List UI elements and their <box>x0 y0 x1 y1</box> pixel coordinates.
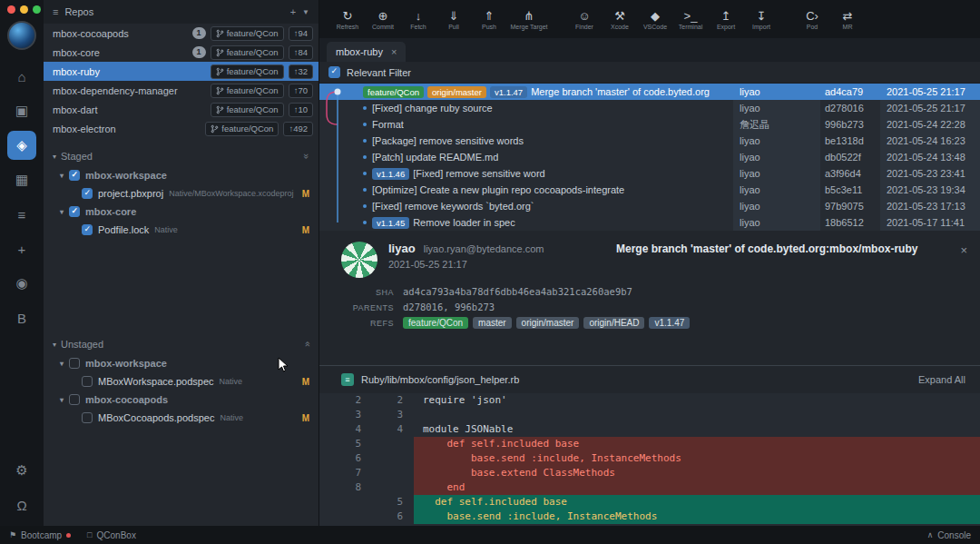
commit-author: liyao <box>733 182 820 198</box>
fetch-button[interactable]: ↓Fetch <box>401 9 436 30</box>
settings-gear-icon[interactable]: ⚙ <box>7 456 36 485</box>
commit-row[interactable]: [Optimize] Create a new plugin repo coco… <box>319 182 980 198</box>
staged-group-row[interactable]: ▾ mbox-core <box>44 203 318 221</box>
repo-row[interactable]: mbox-dart feature/QCon ↑10 <box>44 100 318 119</box>
console-toggle[interactable]: ∧ Console <box>927 530 971 540</box>
repo-name: mbox-core <box>53 47 188 58</box>
commit-author: liyao <box>733 214 820 231</box>
packages-icon[interactable]: ▣ <box>7 96 36 125</box>
minimize-window-button[interactable] <box>20 5 28 14</box>
commit-message: Merge branch 'master' of code.byted.org <box>531 86 710 97</box>
support-headphones-icon[interactable]: Ω <box>7 490 36 519</box>
xcode-icon: ⚒ <box>614 9 625 23</box>
staged-file-row[interactable]: project.pbxproj Native/MBoxWorkspace.xco… <box>44 184 318 203</box>
vscode-button[interactable]: ◆VSCode <box>638 9 672 30</box>
commit-row[interactable]: v1.1.45Remove loader in spec liyao 18b65… <box>319 214 980 231</box>
content: ⌂ ▣ ◈ ▦ ≡ + ◉ B ⚙ Ω ≡ Repos + ▼ mbox-coc… <box>0 0 980 526</box>
repo-row[interactable]: mbox-core 1 feature/QCon ↑84 <box>44 43 318 62</box>
commit-date: 2021-05-24 16:23 <box>880 133 980 149</box>
staged-group-row[interactable]: ▾ mbox-workspace <box>44 166 318 184</box>
commit-row[interactable]: Format 詹迟晶 996b273 2021-05-24 22:28 <box>319 116 980 133</box>
commit-sha: 97b9075 <box>820 198 880 214</box>
filter-funnel-icon[interactable]: ▼ <box>302 8 309 16</box>
unstaged-group-row[interactable]: ▾ mbox-workspace <box>44 354 318 372</box>
terminal-icon: >_ <box>684 9 698 23</box>
import-button[interactable]: ↧Import <box>744 9 779 30</box>
repo-row-selected[interactable]: mbox-ruby feature/QCon ↑32 <box>44 62 318 81</box>
ahead-pill: ↑70 <box>289 84 313 98</box>
commit-row[interactable]: [Fixed] remove keywords `byted.org` liya… <box>319 198 980 214</box>
git-icon[interactable]: ◈ <box>7 131 36 160</box>
staged-section-header[interactable]: ▾ Staged » <box>44 146 318 166</box>
repo-name: mbox-electron <box>53 124 201 134</box>
record-icon[interactable]: ◉ <box>7 269 36 298</box>
finder-button[interactable]: ☺Finder <box>567 9 602 30</box>
unstaged-group-row[interactable]: ▾ mbox-cocoapods <box>44 391 318 409</box>
unstaged-section-header[interactable]: ▾ Unstaged » <box>44 334 318 354</box>
qconbox-item[interactable]: □ QConBox <box>87 530 136 540</box>
terminal-button[interactable]: >_Terminal <box>673 9 708 30</box>
plugins-icon[interactable]: + <box>7 234 36 263</box>
collapse-all-icon[interactable]: » <box>301 341 312 347</box>
close-detail-icon[interactable]: × <box>960 243 967 257</box>
b-logo-icon[interactable]: B <box>7 303 36 332</box>
staged-file-row[interactable]: Podfile.lock Native M <box>44 221 318 239</box>
commit-row[interactable]: [Fixed] change ruby source liyao d278016… <box>319 100 980 116</box>
branch-icon <box>211 124 219 134</box>
repo-badge: 1 <box>192 46 206 58</box>
repo-row[interactable]: mbox-electron feature/QCon ↑492 <box>44 119 318 138</box>
diff-line-removed: 8 end <box>319 480 980 495</box>
group-checkbox[interactable] <box>69 358 80 369</box>
add-repo-icon[interactable]: + <box>290 6 296 17</box>
file-checkbox[interactable] <box>82 412 93 423</box>
repo-row[interactable]: mbox-cocoapods 1 feature/QCon ↑94 <box>44 24 318 43</box>
expand-all-button[interactable]: Expand All <box>918 374 965 385</box>
repo-row[interactable]: mbox-dependency-manager feature/QCon ↑70 <box>44 81 318 100</box>
menu-icon[interactable]: ≡ <box>53 6 58 17</box>
push-button[interactable]: ⇑Push <box>472 9 506 30</box>
merge-target-button[interactable]: ⋔Merge Target <box>507 9 551 30</box>
qconbox-icon: □ <box>87 530 92 539</box>
tab-mbox-ruby[interactable]: mbox-ruby × <box>327 42 406 62</box>
group-checkbox[interactable] <box>69 394 80 405</box>
diff-file-header[interactable]: ≡ Ruby/lib/mbox/config/json_helper.rb Ex… <box>319 366 980 393</box>
bootcamp-item[interactable]: ⚑ Bootcamp <box>9 530 71 540</box>
commit-date: 2021-05-24 13:48 <box>880 149 980 165</box>
file-checkbox[interactable] <box>82 376 93 387</box>
commit-row[interactable]: v1.1.46[Fixed] remove sensitive word liy… <box>319 165 980 182</box>
refresh-button[interactable]: ↻Refresh <box>330 9 365 30</box>
zoom-window-button[interactable] <box>33 5 41 14</box>
xcode-button[interactable]: ⚒Xcode <box>603 9 637 30</box>
app-logo[interactable] <box>7 21 36 50</box>
diff-line: 33 <box>319 408 980 422</box>
finder-icon: ☺ <box>578 9 590 23</box>
pod-button[interactable]: C›Pod <box>795 9 829 30</box>
commit-row[interactable]: [Patch] update README.md liyao db0522f 2… <box>319 149 980 165</box>
close-window-button[interactable] <box>7 5 15 14</box>
commit-message: [Patch] update README.md <box>372 152 498 163</box>
pull-button[interactable]: ⇓Pull <box>436 9 471 30</box>
stack-icon[interactable]: ≡ <box>7 200 36 229</box>
close-tab-icon[interactable]: × <box>391 46 397 57</box>
commit-button[interactable]: ⊕Commit <box>366 9 400 30</box>
file-checkbox[interactable] <box>82 188 93 199</box>
apps-icon[interactable]: ▦ <box>7 165 36 194</box>
console-label: Console <box>937 530 971 540</box>
mr-button[interactable]: ⇄MR <box>830 9 865 30</box>
file-checkbox[interactable] <box>82 224 93 235</box>
home-icon[interactable]: ⌂ <box>7 62 36 91</box>
tab-bar: mbox-ruby × <box>319 38 980 62</box>
author-name: liyao <box>388 242 416 255</box>
group-checkbox[interactable] <box>69 170 80 181</box>
export-button[interactable]: ↥Export <box>709 9 743 30</box>
commit-row[interactable]: [Package] remove sensitive words liyao b… <box>319 133 980 149</box>
unstaged-file-row[interactable]: MBoxWorkspace.podspec Native M <box>44 372 318 391</box>
collapse-all-icon[interactable]: » <box>301 153 312 159</box>
commit-row[interactable]: feature/QCon origin/master v1.1.47 Merge… <box>319 84 980 100</box>
sha-label: SHA <box>341 286 394 297</box>
group-checkbox[interactable] <box>69 206 80 217</box>
unstaged-file-row[interactable]: MBoxCocoapods.podspec Native M <box>44 409 318 427</box>
chevron-down-icon: ▾ <box>60 208 64 216</box>
commit-parents: d278016, 996b273 <box>403 302 965 312</box>
relevant-filter-checkbox[interactable] <box>328 66 340 78</box>
